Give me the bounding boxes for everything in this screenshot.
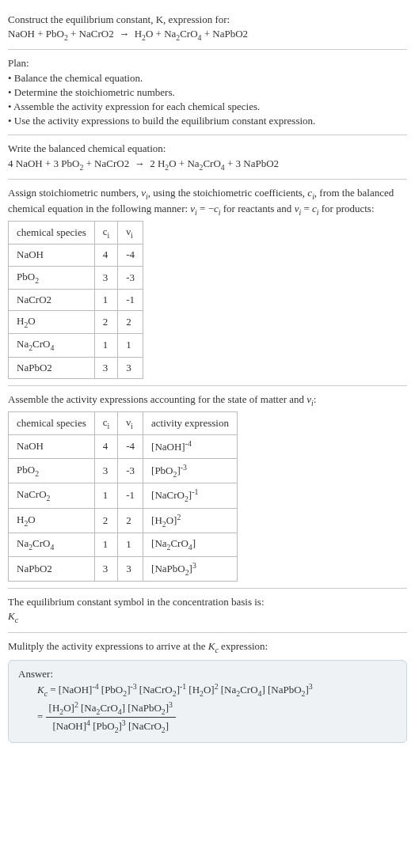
answer-box: Answer: Kc = [NaOH]-4 [PbO2]-3 [NaCrO2]-…: [8, 660, 407, 743]
table-row: NaOH4-4[NaOH]-4: [9, 435, 238, 459]
balanced-eq: 4 NaOH + 3 PbO2 + NaCrO2 → 2 H2O + Na2Cr…: [8, 157, 407, 172]
col-nui: νi: [118, 222, 143, 244]
table-row: NaPbO233: [9, 357, 143, 378]
kc-expression-flat: Kc = [NaOH]-4 [PbO2]-3 [NaCrO2]-1 [H2O]2…: [37, 681, 397, 699]
col-species: chemical species: [9, 222, 95, 244]
prompt-section: Construct the equilibrium constant, K, e…: [8, 6, 407, 50]
col-species: chemical species: [9, 411, 95, 434]
col-activity: activity expression: [143, 411, 238, 434]
multiply-heading: Mulitply the activity expressions to arr…: [8, 639, 407, 655]
plan-bullet: • Assemble the activity expression for e…: [8, 100, 407, 114]
balanced-eq-heading: Write the balanced chemical equation:: [8, 142, 407, 156]
table-row: NaCrO21-1[NaCrO2]-1: [9, 483, 238, 509]
activity-intro: Assemble the activity expressions accoun…: [8, 392, 407, 408]
balanced-eq-section: Write the balanced chemical equation: 4 …: [8, 135, 407, 179]
answer-body: Kc = [NaOH]-4 [PbO2]-3 [NaCrO2]-1 [H2O]2…: [18, 681, 397, 736]
prompt-line1: Construct the equilibrium constant, K, e…: [8, 13, 407, 27]
fraction-numerator: [H2O]2 [Na2CrO4] [NaPbO2]3: [46, 699, 176, 718]
kc-symbol-heading: The equilibrium constant symbol in the c…: [8, 595, 407, 609]
table-row: H2O22: [9, 311, 143, 334]
table-header-row: chemical species ci νi activity expressi…: [9, 411, 238, 434]
plan-heading: Plan:: [8, 56, 407, 70]
stoich-section: Assign stoichiometric numbers, νi, using…: [8, 180, 407, 386]
col-ci: ci: [94, 411, 118, 434]
prompt-equation: NaOH + PbO2 + NaCrO2 → H2O + Na2CrO4 + N…: [8, 27, 407, 43]
col-nui: νi: [118, 411, 143, 434]
stoich-intro: Assign stoichiometric numbers, νi, using…: [8, 186, 407, 218]
plan-section: Plan: • Balance the chemical equation. •…: [8, 50, 407, 135]
activity-section: Assemble the activity expressions accoun…: [8, 386, 407, 589]
activity-table: chemical species ci νi activity expressi…: [8, 411, 238, 582]
stoich-table: chemical species ci νi NaOH4-4 PbO23-3 N…: [8, 221, 143, 379]
table-row: PbO23-3[PbO2]-3: [9, 458, 238, 483]
col-ci: ci: [94, 222, 118, 244]
fraction-denominator: [NaOH]4 [PbO2]3 [NaCrO2]: [46, 718, 176, 736]
table-row: NaOH4-4: [9, 244, 143, 266]
table-row: PbO23-3: [9, 266, 143, 289]
table-row: NaPbO233[NaPbO2]3: [9, 556, 238, 582]
table-row: H2O22[H2O]2: [9, 508, 238, 533]
fraction: [H2O]2 [Na2CrO4] [NaPbO2]3 [NaOH]4 [PbO2…: [46, 699, 176, 736]
table-header-row: chemical species ci νi: [9, 222, 143, 244]
table-row: Na2CrO411: [9, 334, 143, 357]
kc-symbol: Kc: [8, 609, 407, 625]
answer-label: Answer:: [18, 667, 397, 681]
plan-bullet: • Balance the chemical equation.: [8, 71, 407, 85]
plan-bullet: • Use the activity expressions to build …: [8, 114, 407, 128]
plan-bullet: • Determine the stoichiometric numbers.: [8, 85, 407, 100]
table-row: NaCrO21-1: [9, 289, 143, 310]
kc-symbol-section: The equilibrium constant symbol in the c…: [8, 589, 407, 632]
table-row: Na2CrO411[Na2CrO4]: [9, 533, 238, 556]
multiply-section: Mulitply the activity expressions to arr…: [8, 633, 407, 749]
kc-expression-fraction: = [H2O]2 [Na2CrO4] [NaPbO2]3 [NaOH]4 [Pb…: [37, 699, 397, 736]
